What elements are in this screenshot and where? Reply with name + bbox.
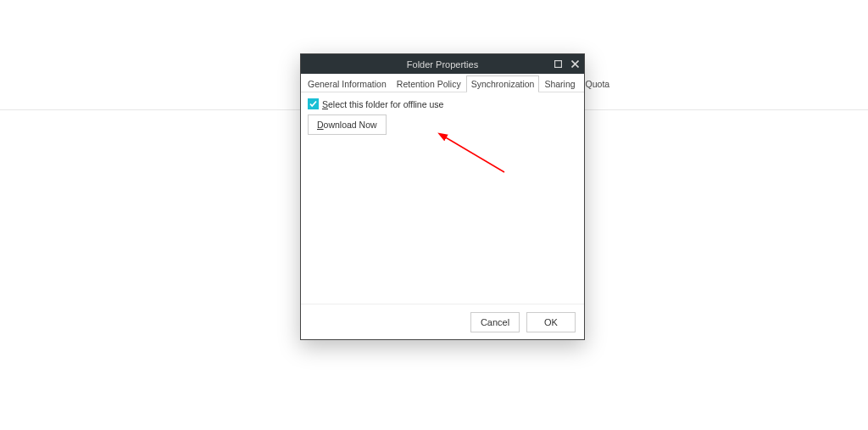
download-now-button[interactable]: Download Now	[308, 114, 387, 135]
svg-line-1	[444, 137, 504, 172]
tab-sharing[interactable]: Sharing	[539, 75, 580, 92]
offline-use-mnemonic: S	[322, 99, 328, 109]
tab-retention-policy[interactable]: Retention Policy	[392, 75, 466, 92]
cancel-button[interactable]: Cancel	[470, 312, 520, 332]
offline-use-label[interactable]: Select this folder for offline use	[322, 99, 443, 109]
download-now-mnemonic: D	[317, 120, 324, 130]
svg-rect-0	[554, 61, 561, 68]
annotation-arrow-icon	[432, 130, 517, 181]
ok-button[interactable]: OK	[526, 312, 576, 332]
offline-use-checkbox[interactable]	[308, 98, 319, 109]
tab-synchronization[interactable]: Synchronization	[466, 75, 540, 92]
offline-use-label-text: elect this folder for offline use	[328, 99, 443, 109]
download-now-label-text: ownload Now	[324, 120, 377, 130]
offline-use-row: Select this folder for offline use	[308, 98, 577, 109]
folder-properties-dialog: Folder Properties General Information Re…	[300, 53, 585, 340]
maximize-icon[interactable]	[550, 58, 565, 71]
titlebar-icons	[550, 54, 582, 74]
tab-content-synchronization: Select this folder for offline use Downl…	[301, 92, 584, 304]
tab-general-information[interactable]: General Information	[303, 75, 392, 92]
dialog-footer: Cancel OK	[301, 304, 584, 339]
window-title: Folder Properties	[304, 59, 581, 70]
close-icon[interactable]	[567, 58, 582, 71]
tab-bar: General Information Retention Policy Syn…	[301, 74, 584, 92]
tab-quota[interactable]: Quota	[581, 75, 615, 92]
titlebar[interactable]: Folder Properties	[301, 54, 584, 74]
